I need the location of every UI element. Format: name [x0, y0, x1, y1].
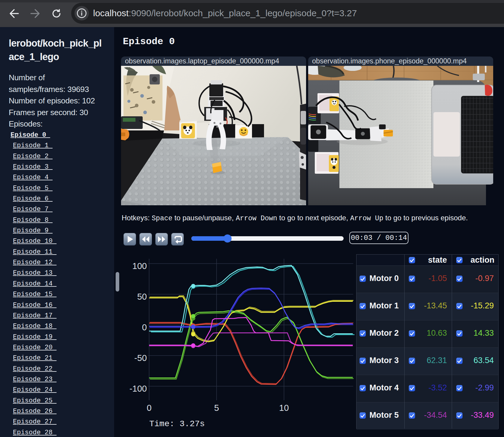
svg-text:10: 10	[279, 403, 289, 413]
svg-text:100: 100	[132, 261, 147, 271]
svg-text:5: 5	[214, 403, 219, 413]
svg-text:0: 0	[142, 322, 147, 332]
svg-text:-50: -50	[134, 353, 147, 363]
svg-text:Time: 3.27s: Time: 3.27s	[149, 419, 205, 429]
svg-text:-100: -100	[129, 384, 147, 393]
svg-text:0: 0	[147, 403, 151, 413]
svg-text:50: 50	[137, 292, 147, 301]
